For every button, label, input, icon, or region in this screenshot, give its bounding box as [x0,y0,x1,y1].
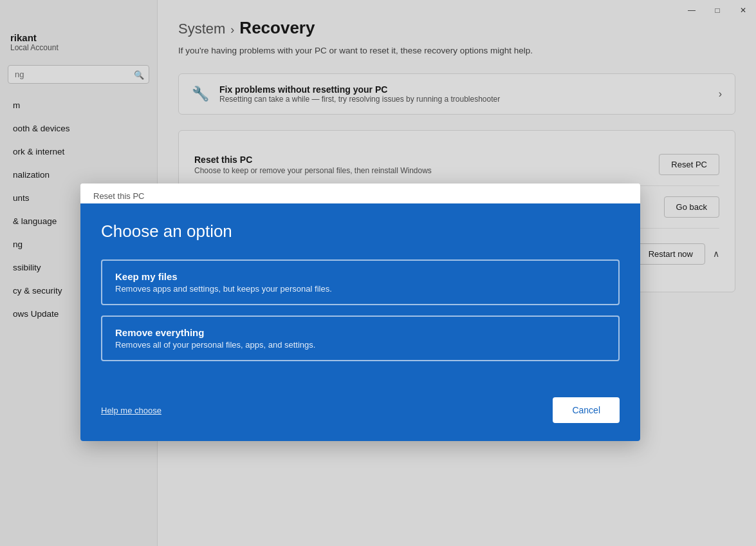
modal-heading: Choose an option [101,221,620,241]
keep-files-title: Keep my files [115,271,605,282]
maximize-button[interactable]: □ [705,0,730,21]
cancel-button[interactable]: Cancel [553,397,620,423]
remove-everything-description: Removes all of your personal files, apps… [115,340,605,350]
modal-blue-area: Choose an option Keep my files Removes a… [80,203,640,392]
reset-pc-modal: Reset this PC Choose an option Keep my f… [80,184,640,441]
modal-footer: Help me choose Cancel [80,392,640,441]
modal-top-label: Reset this PC [93,191,627,201]
minimize-button[interactable]: — [679,0,705,21]
keep-files-option[interactable]: Keep my files Removes apps and settings,… [101,259,620,305]
modal-top-bar: Reset this PC [80,184,640,201]
remove-everything-title: Remove everything [115,327,605,338]
keep-files-description: Removes apps and settings, but keeps you… [115,284,605,294]
title-bar: — □ ✕ [679,0,756,21]
remove-everything-option[interactable]: Remove everything Removes all of your pe… [101,315,620,361]
close-button[interactable]: ✕ [730,0,756,21]
help-me-choose-link[interactable]: Help me choose [101,406,161,415]
